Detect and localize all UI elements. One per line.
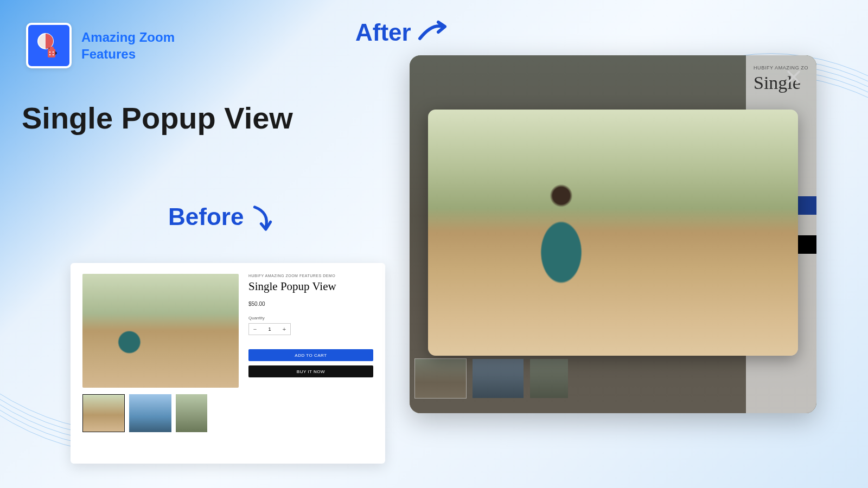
svg-point-5 — [53, 52, 54, 53]
app-logo — [26, 23, 72, 68]
svg-point-4 — [49, 52, 50, 53]
svg-rect-2 — [48, 49, 55, 57]
arrow-down-icon — [249, 203, 276, 236]
arrow-right-icon — [417, 19, 449, 43]
brand-name: Amazing Zoom Features — [81, 29, 175, 62]
after-thumbnail-3[interactable] — [530, 359, 568, 398]
qty-increase-button[interactable]: + — [278, 326, 290, 332]
close-icon — [786, 69, 801, 85]
thumbnail-1[interactable] — [82, 394, 125, 432]
buy-now-button[interactable]: BUY IT NOW — [248, 365, 373, 377]
before-card: HUBIFY AMAZING ZOOM FEATURES DEMO Single… — [71, 263, 385, 464]
after-text: After — [355, 19, 411, 46]
after-label: After — [355, 19, 449, 46]
after-thumb-row — [415, 359, 568, 398]
thumbnail-3[interactable] — [176, 394, 207, 432]
quantity-stepper: − 1 + — [248, 323, 291, 335]
brand-area: Amazing Zoom Features — [26, 23, 175, 68]
qty-decrease-button[interactable]: − — [249, 326, 261, 332]
product-vendor: HUBIFY AMAZING ZOOM FEATURES DEMO — [248, 274, 373, 278]
qty-value: 1 — [261, 326, 278, 332]
page-title: Single Popup View — [22, 100, 293, 136]
zoom-popup — [428, 110, 798, 356]
thumbnail-row — [82, 394, 373, 432]
thumbnail-2[interactable] — [129, 394, 171, 432]
svg-point-7 — [53, 54, 54, 55]
after-panel: HUBIFY AMAZING ZO Single — [410, 55, 816, 413]
add-to-cart-button[interactable]: ADD TO CART — [248, 349, 373, 361]
zoom-popup-image[interactable] — [428, 110, 798, 356]
after-thumbnail-1[interactable] — [415, 359, 466, 398]
product-main-image[interactable] — [82, 274, 239, 388]
quantity-label: Quantity — [248, 316, 373, 320]
svg-rect-3 — [49, 47, 54, 50]
product-price: $50.00 — [248, 301, 373, 307]
product-title: Single Popup View — [248, 280, 373, 293]
close-button[interactable] — [784, 67, 803, 87]
before-text: Before — [168, 203, 244, 230]
svg-point-6 — [49, 54, 50, 55]
before-label: Before — [168, 203, 276, 236]
after-thumbnail-2[interactable] — [473, 359, 524, 398]
